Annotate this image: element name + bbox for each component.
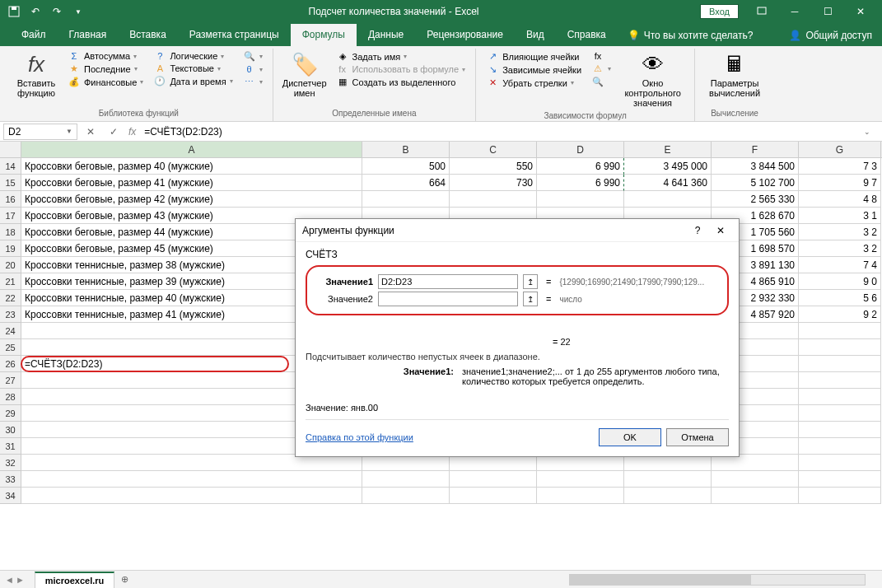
cell[interactable] (362, 488, 450, 504)
more-fn-button[interactable]: ⋯▾ (240, 76, 266, 88)
accept-formula-icon[interactable]: ✓ (104, 124, 124, 140)
watch-window-button[interactable]: 👁Окно контрольного значения (618, 50, 688, 110)
row-header[interactable]: 20 (0, 257, 21, 273)
cell[interactable] (21, 488, 362, 504)
math-button[interactable]: θ▾ (240, 63, 266, 75)
cancel-button[interactable]: Отмена (666, 428, 729, 446)
cell[interactable] (21, 455, 362, 471)
cell[interactable] (537, 471, 624, 488)
sheet-next-icon[interactable]: ► (16, 575, 25, 585)
cell[interactable] (450, 191, 537, 208)
cell[interactable] (362, 455, 450, 471)
row-header[interactable]: 17 (0, 208, 21, 224)
name-box[interactable]: D2▼ (3, 124, 77, 140)
row-header[interactable]: 14 (0, 158, 21, 175)
chevron-down-icon[interactable]: ▼ (66, 128, 72, 135)
tab-view[interactable]: Вид (515, 24, 556, 46)
row-header[interactable]: 30 (0, 422, 21, 438)
error-check-button[interactable]: ⚠▾ (588, 63, 614, 75)
cell[interactable] (537, 455, 624, 471)
cell[interactable]: 5 6 (799, 290, 881, 306)
cell[interactable] (624, 191, 712, 208)
precedents-button[interactable]: ↗Влияющие ячейки (483, 50, 585, 63)
cell[interactable] (799, 488, 881, 504)
col-header-b[interactable]: B (362, 142, 450, 157)
row-header[interactable]: 25 (0, 339, 21, 356)
row-header[interactable]: 31 (0, 438, 21, 455)
cell[interactable] (799, 372, 881, 389)
tab-review[interactable]: Рецензирование (415, 24, 515, 46)
cell[interactable]: 5 102 700 (712, 175, 799, 191)
tab-insert[interactable]: Вставка (118, 24, 178, 46)
tab-help[interactable]: Справка (556, 24, 618, 46)
evaluate-button[interactable]: 🔍 (588, 76, 614, 88)
tell-me[interactable]: 💡Что вы хотите сделать? (618, 25, 763, 46)
tab-file[interactable]: Файл (10, 24, 58, 46)
autosum-button[interactable]: ΣАвтосумма▾ (64, 50, 147, 62)
cell[interactable]: 3 495 000 (624, 158, 712, 175)
col-header-c[interactable]: C (450, 142, 537, 157)
fx-button[interactable]: fx (128, 126, 136, 138)
dialog-close-icon[interactable]: ✕ (709, 221, 732, 240)
col-header-g[interactable]: G (799, 142, 881, 157)
cell[interactable] (799, 356, 881, 372)
scrollbar-thumb[interactable] (570, 575, 751, 585)
row-header[interactable]: 21 (0, 273, 21, 290)
cell[interactable]: 9 0 (799, 273, 881, 290)
sheet-prev-icon[interactable]: ◄ (5, 575, 14, 585)
financial-button[interactable]: 💰Финансовые▾ (64, 76, 147, 88)
cell[interactable]: Кроссовки беговые, размер 41 (мужские) (21, 175, 362, 191)
cell[interactable]: 6 990 (537, 158, 624, 175)
dependents-button[interactable]: ↘Зависимые ячейки (483, 63, 585, 76)
col-header-f[interactable]: F (712, 142, 799, 157)
create-from-sel-button[interactable]: ▦Создать из выделенного (333, 76, 469, 88)
login-button[interactable]: Вход (700, 4, 739, 19)
cell[interactable] (21, 471, 362, 488)
cell[interactable] (624, 471, 712, 488)
arg1-input[interactable] (378, 274, 518, 289)
tab-data[interactable]: Данные (357, 24, 415, 46)
close-icon[interactable]: ✕ (844, 0, 877, 23)
share-button[interactable]: 👤Общий доступ (779, 25, 882, 46)
cell[interactable] (799, 455, 881, 471)
horizontal-scrollbar[interactable] (569, 574, 866, 586)
cell[interactable]: 3 844 500 (712, 158, 799, 175)
row-header[interactable]: 16 (0, 191, 21, 208)
cell[interactable] (712, 471, 799, 488)
cell[interactable]: 7 4 (799, 257, 881, 273)
cell[interactable]: 3 2 (799, 240, 881, 257)
cell[interactable] (799, 422, 881, 438)
cell[interactable]: 3 2 (799, 224, 881, 240)
cell[interactable] (712, 455, 799, 471)
cell[interactable]: 4 641 360 (624, 175, 712, 191)
save-icon[interactable] (5, 2, 23, 21)
row-header[interactable]: 23 (0, 306, 21, 323)
remove-arrows-button[interactable]: ✕Убрать стрелки▾ (483, 77, 585, 89)
row-header[interactable]: 28 (0, 389, 21, 405)
arg1-collapse-icon[interactable]: ↥ (523, 274, 538, 289)
cell[interactable]: 9 7 (799, 175, 881, 191)
cell[interactable]: 664 (362, 175, 450, 191)
cell[interactable] (450, 488, 537, 504)
logical-button[interactable]: ?Логические▾ (150, 50, 236, 62)
cell[interactable]: 550 (450, 158, 537, 175)
col-header-d[interactable]: D (537, 142, 624, 157)
cell[interactable]: 4 8 (799, 191, 881, 208)
undo-icon[interactable]: ↶ (26, 2, 44, 21)
cell[interactable] (450, 455, 537, 471)
cell[interactable] (624, 488, 712, 504)
cell[interactable]: Кроссовки беговые, размер 40 (мужские) (21, 158, 362, 175)
col-header-a[interactable]: A (21, 142, 362, 157)
cell[interactable] (537, 191, 624, 208)
cell[interactable] (450, 471, 537, 488)
insert-function-button[interactable]: fxВставить функцию (12, 50, 61, 107)
cell[interactable]: 7 3 (799, 158, 881, 175)
row-header[interactable]: 15 (0, 175, 21, 191)
dialog-titlebar[interactable]: Аргументы функции ? ✕ (296, 219, 739, 242)
row-header[interactable]: 32 (0, 455, 21, 471)
expand-formula-icon[interactable]: ⌄ (857, 124, 877, 140)
cell[interactable] (799, 405, 881, 422)
cell[interactable] (362, 191, 450, 208)
add-sheet-icon[interactable]: ⊕ (114, 574, 135, 585)
cell[interactable]: Кроссовки беговые, размер 42 (мужские) (21, 191, 362, 208)
